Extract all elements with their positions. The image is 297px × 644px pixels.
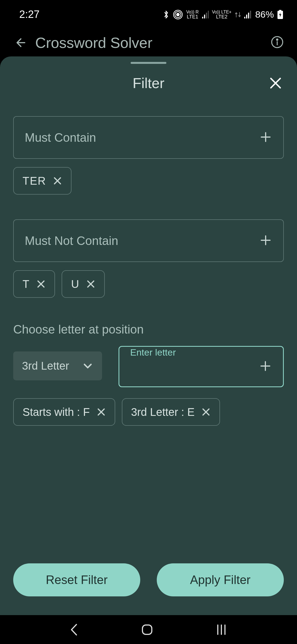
lte2-indicator: Vo)) LTE+ LTE2 (212, 10, 232, 19)
status-indicators: Vo)) R LTE1 Vo)) LTE+ LTE2 86% (163, 9, 283, 20)
plus-icon (259, 234, 272, 247)
add-must-not-contain[interactable] (259, 234, 272, 248)
chip-must-not-contain[interactable]: U (62, 270, 105, 298)
chevron-down-icon (82, 361, 93, 372)
lte1-indicator: Vo)) R LTE1 (186, 10, 199, 19)
chip-remove[interactable] (36, 279, 46, 289)
dropdown-value: 3rd Letter (22, 360, 69, 372)
must-not-contain-input[interactable]: Must Not Contain (13, 219, 284, 262)
chip-remove[interactable] (97, 407, 106, 417)
close-icon (36, 279, 46, 289)
apply-filter-button[interactable]: Apply Filter (157, 563, 284, 596)
svg-rect-3 (279, 10, 281, 11)
battery-icon (277, 10, 283, 19)
status-bar: 2:27 Vo)) R LTE1 Vo)) LTE+ LTE2 86% (0, 0, 297, 29)
updown-icon (235, 11, 241, 18)
signal2-icon (244, 11, 252, 18)
plus-icon (259, 130, 272, 144)
filter-modal: Filter Must Contain TER Must Not Contain (0, 56, 297, 615)
plus-icon (259, 359, 272, 373)
nav-bar (0, 615, 297, 644)
chip-remove[interactable] (86, 279, 95, 289)
close-button[interactable] (267, 75, 284, 91)
must-contain-input[interactable]: Must Contain (13, 116, 284, 159)
svg-point-6 (277, 39, 278, 40)
chip-label: 3rd Letter : E (131, 406, 195, 418)
modal-header: Filter (13, 75, 284, 91)
status-time: 2:27 (19, 9, 40, 20)
chip-position[interactable]: 3rd Letter : E (122, 398, 220, 426)
must-contain-group: Must Contain (13, 116, 284, 159)
footer-buttons: Reset Filter Apply Filter (13, 563, 284, 602)
enter-letter-label: Enter letter (127, 347, 179, 358)
info-button[interactable] (271, 36, 284, 50)
chip-label: T (23, 278, 30, 290)
battery-percent: 86% (255, 9, 274, 20)
app-header: Crossword Solver (0, 29, 297, 56)
close-icon (86, 279, 95, 289)
svg-rect-7 (142, 625, 152, 634)
chip-label: Starts with : F (23, 406, 90, 418)
chip-must-not-contain[interactable]: T (13, 270, 55, 298)
chip-label: U (71, 278, 79, 290)
modal-title: Filter (13, 75, 267, 91)
chip-remove[interactable] (201, 407, 211, 417)
svg-point-0 (177, 13, 179, 16)
chip-position[interactable]: Starts with : F (13, 398, 115, 426)
chip-remove[interactable] (53, 176, 62, 185)
position-section-label: Choose letter at position (13, 323, 284, 336)
nav-recents-icon[interactable] (215, 623, 228, 637)
chip-must-contain[interactable]: TER (13, 167, 72, 195)
back-icon[interactable] (13, 36, 26, 49)
close-icon (53, 176, 62, 185)
drag-handle[interactable] (131, 62, 166, 64)
info-icon (271, 36, 284, 49)
bluetooth-icon (163, 10, 170, 20)
enter-letter-group: Enter letter (119, 351, 284, 387)
app-title: Crossword Solver (35, 34, 262, 51)
close-icon (268, 76, 283, 91)
must-contain-chips: TER (13, 167, 284, 195)
position-row: 3rd Letter Enter letter (13, 351, 284, 387)
reset-filter-button[interactable]: Reset Filter (13, 563, 140, 596)
must-not-contain-chips: T U (13, 270, 284, 298)
must-not-contain-group: Must Not Contain (13, 219, 284, 262)
signal1-icon (202, 11, 209, 18)
enter-letter-input[interactable]: Enter letter (119, 346, 284, 387)
nav-home-icon[interactable] (140, 623, 154, 637)
add-position-letter[interactable] (259, 359, 272, 374)
chip-label: TER (23, 175, 46, 187)
add-must-contain[interactable] (259, 130, 272, 145)
apply-label: Apply Filter (190, 573, 251, 587)
position-chips: Starts with : F 3rd Letter : E (13, 398, 284, 426)
reset-label: Reset Filter (46, 573, 108, 587)
position-dropdown[interactable]: 3rd Letter (13, 351, 102, 380)
hotspot-icon (173, 10, 183, 20)
must-contain-label: Must Contain (25, 131, 259, 144)
close-icon (201, 407, 211, 417)
must-not-contain-label: Must Not Contain (25, 234, 259, 248)
close-icon (97, 407, 106, 417)
nav-back-icon[interactable] (69, 623, 80, 637)
